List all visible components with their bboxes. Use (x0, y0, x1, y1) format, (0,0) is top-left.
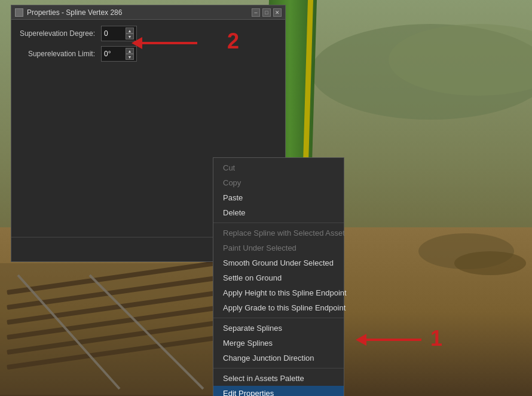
superelevation-limit-row: Superelevation Limit: 0° ▲ ▼ (17, 46, 279, 62)
ctx-item-change-junction-direction[interactable]: Change Junction Direction (213, 351, 344, 365)
ctx-item-replace-spline-with-selected-asset: Replace Spline with Selected Asset (213, 226, 344, 240)
restore-button[interactable]: □ (262, 8, 271, 17)
window-controls: – □ ✕ (252, 8, 282, 17)
arrow2-head (132, 37, 142, 49)
window-icon (15, 8, 23, 17)
limit-spinner[interactable]: ▲ ▼ (126, 48, 134, 60)
window-title: Properties - Spline Vertex 286 (27, 8, 122, 17)
ctx-item-edit-properties[interactable]: Edit Properties (213, 386, 344, 396)
ctx-separator (213, 318, 344, 318)
limit-down[interactable]: ▼ (126, 54, 134, 60)
superelevation-limit-label: Superelevation Limit: (17, 50, 95, 58)
arrow1-head (356, 334, 366, 346)
ctx-item-delete[interactable]: Delete (213, 205, 344, 220)
window-titlebar: Properties - Spline Vertex 286 – □ ✕ (11, 5, 285, 20)
close-button[interactable]: ✕ (273, 8, 282, 17)
ctx-item-settle-on-ground[interactable]: Settle on Ground (213, 270, 344, 285)
ctx-item-select-in-assets-palette[interactable]: Select in Assets Palette (213, 371, 344, 386)
arrow1-line (366, 339, 421, 341)
ctx-separator (213, 368, 344, 368)
annotation-label-2: 2 (227, 29, 239, 54)
context-menu: CutCopyPasteDeleteReplace Spline with Se… (213, 157, 344, 396)
superelevation-degree-label: Superelevation Degree: (17, 29, 95, 38)
ctx-item-cut: Cut (213, 160, 344, 175)
ctx-item-paint-under-selected: Paint Under Selected (213, 240, 344, 255)
ctx-item-apply-grade-to-this-spline-endpoint[interactable]: Apply Grade to this Spline Endpoint (213, 300, 344, 315)
minimize-button[interactable]: – (252, 8, 260, 17)
annotation-label-1: 1 (430, 326, 442, 351)
ctx-item-apply-height-to-this-spline-endpoint[interactable]: Apply Height to this Spline Endpoint (213, 285, 344, 300)
ctx-separator (213, 223, 344, 223)
ctx-item-smooth-ground-under-selected[interactable]: Smooth Ground Under Selected (213, 255, 344, 270)
arrow2-line (142, 42, 197, 44)
superelevation-degree-row: Superelevation Degree: 0 ▲ ▼ (17, 26, 279, 41)
ctx-item-copy: Copy (213, 175, 344, 190)
ctx-item-merge-splines[interactable]: Merge Splines (213, 336, 344, 351)
ctx-item-separate-splines[interactable]: Separate Splines (213, 321, 344, 336)
degree-up[interactable]: ▲ (126, 28, 134, 33)
ctx-item-paste[interactable]: Paste (213, 190, 344, 205)
